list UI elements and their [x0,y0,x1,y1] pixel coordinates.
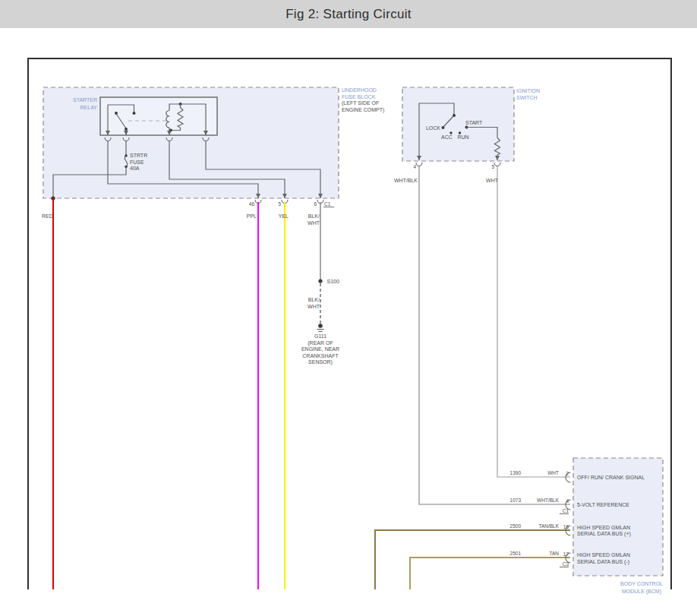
ignition-terminal-5-label: 5 [491,164,494,169]
bcm-pin4-number: 17 [563,551,569,557]
blk-wht-wire-label-2: WHT [308,220,320,226]
terminal-5-label: 5 [278,201,281,207]
run-label: RUN [457,134,468,140]
s100-wire-label-2: WHT [308,304,320,309]
tan-wire [410,558,570,589]
s100-splice: S100 BLK/ WHT [308,279,339,324]
tan-blk-wire [375,530,570,589]
wht-wire [497,166,570,477]
blk-wht-wire-label-1: BLK/ [308,213,320,219]
ignition-connector-cup-icon [494,163,500,166]
s100-splice-dot [318,279,322,283]
fuse-label-1: STRTR [130,153,147,158]
bcm-pin3-desc-2: SERIAL DATA BUS (+) [577,531,631,537]
ground-bars-icon [317,330,324,332]
relay-pivot-dot [115,112,118,115]
bcm-pin1-wire-color: WHT [547,470,559,475]
bcm-pin4-desc-1: HIGH SPEED GMLAN [577,552,630,558]
wiring-diagram: UNDERHOOD FUSE BLOCK (LEFT SIDE OF ENGIN… [0,0,697,616]
start-label: START [465,120,483,125]
relay-arm-dot [125,128,128,131]
lock-position-dot [442,126,445,129]
terminal-46-label: 46 [249,201,255,207]
s100-label: S100 [327,279,339,284]
bcm-label-1: BODY CONTROL [620,581,663,586]
ignition-switch-label-2: SWITCH [516,95,538,100]
fuse-block-label-2: FUSE BLOCK [342,94,376,100]
g111-location-4: SENSOR) [308,359,333,365]
bcm-pin4-circuit: 2501 [510,551,522,556]
bcm-pin4-wire-color: TAN [549,551,559,556]
bcm-pin3-number: 16 [563,524,569,529]
g111-location-2: ENGINE, NEAR [301,346,339,352]
ground-icon [318,324,323,328]
bcm-pin1-circuit: 1390 [510,470,522,475]
ppl-wire-label: PPL [247,213,257,219]
bcm-label-2: MODULE (BCM) [622,589,661,595]
bcm-pin1-desc: OFF/ RUN/ CRANK SIGNAL [577,475,645,480]
wht-blk-wire [419,166,570,504]
bcm-pin1-number: 2 [566,471,569,476]
bcm-pin2-connector: C1 [563,508,569,513]
underhood-fuse-block: UNDERHOOD FUSE BLOCK (LEFT SIDE OF ENGIN… [43,87,384,207]
g111-location-3: CRANKSHAFT [302,353,339,359]
fuse-label-2: FUSE [130,160,144,165]
fuse-label-3: 40A [130,166,140,171]
ignition-connector-cup-icon [416,163,422,166]
connector-c1-label: C1 [324,201,331,207]
bcm-pin3-circuit: 2500 [510,523,522,529]
g111-label: G111 [314,333,326,339]
fuse-block-label-3: (LEFT SIDE OF [342,100,379,106]
bcm: 1390 WHT 2 OFF/ RUN/ CRANK SIGNAL 1073 W… [510,458,664,595]
bcm-pin4-connector: C3 [563,561,569,567]
acc-label: ACC [441,134,453,140]
bcm-pin2-number: 4 [566,498,569,504]
starter-relay-label-2: RELAY [80,105,98,110]
fuse-block-label-1: UNDERHOOD [342,87,377,93]
starter-relay-label-1: STARTER [73,97,97,103]
red-wire-label: RED [42,213,53,219]
wht-wire-label: WHT [486,178,499,183]
bcm-pin2-wire-color: WHT/BLK [537,498,560,503]
bcm-pin3-desc-1: HIGH SPEED GMLAN [577,525,630,530]
yel-wire-label: YEL [279,213,289,219]
fuse-block-label-4: ENGINE COMPT) [342,107,384,113]
bcm-pin4-desc-2: SERIAL DATA BUS (-) [577,559,629,565]
g111-ground: G111 (REAR OF ENGINE, NEAR CRANKSHAFT SE… [301,324,339,365]
ignition-terminal-4-label: 4 [413,164,416,169]
terminal-6-label: 6 [314,201,317,207]
wht-blk-wire-label: WHT/BLK [394,178,418,183]
ignition-switch: IGNITION SWITCH LOCK ACC RUN START 4 5 [402,87,540,169]
g111-location-1: (REAR OF [308,340,333,346]
relay-contact-dot [133,112,136,115]
bcm-pin2-circuit: 1073 [510,498,522,503]
lock-label: LOCK [426,125,440,131]
s100-wire-label-1: BLK/ [308,297,320,302]
bcm-pin2-desc: 5-VOLT REFERENCE [577,502,629,507]
bcm-pin3-wire-color: TAN/BLK [538,523,559,529]
ignition-switch-label-1: IGNITION [516,88,540,93]
